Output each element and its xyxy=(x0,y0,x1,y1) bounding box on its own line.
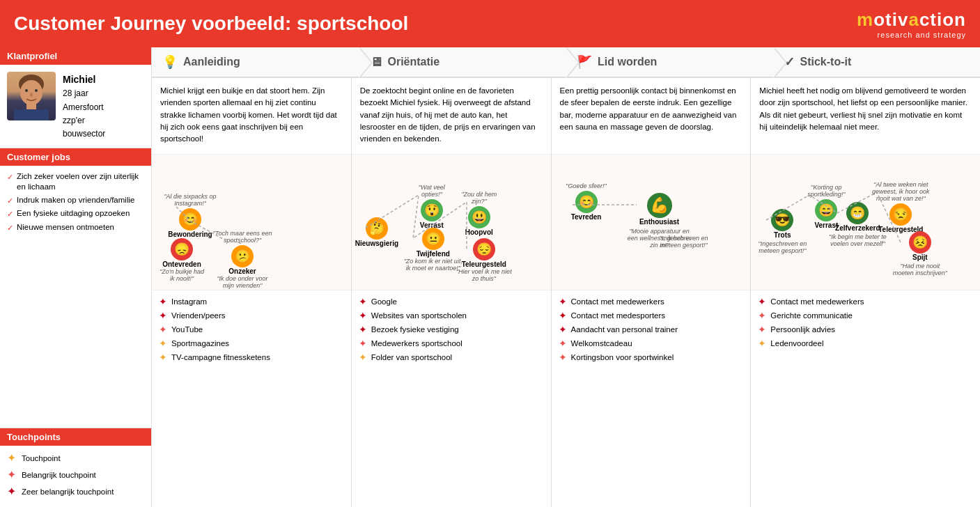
phase-desc-3: Een prettig persoonlijk contact bij binn… xyxy=(552,78,751,155)
job-item-2: ✓ Indruk maken op vrienden/familie xyxy=(7,195,144,205)
quote-bewondering: "Al die sixpacks op Instagram!" xyxy=(162,193,218,207)
tp-item-3-4: ✦ Welkomstcadeau xyxy=(559,338,744,349)
phase-label-3: Lid worden xyxy=(598,56,657,68)
tp-item-4-3: ✦ Persoonlijk advies xyxy=(758,324,973,335)
label-trots: Trots xyxy=(774,231,791,239)
main-layout: Klantprofiel xyxy=(0,47,980,507)
job-text-3: Een fysieke uitdaging opzoeken xyxy=(17,208,130,219)
tp-item-2-4: ✦ Medewerkers sportschool xyxy=(359,338,544,349)
face-spijt: 😣 xyxy=(909,231,931,254)
arrow-3 xyxy=(773,47,786,78)
tp-star-4-2: ✦ xyxy=(758,310,766,321)
tp-text-2-2: Websites van sportscholen xyxy=(371,311,467,320)
face-ontevreden: 😞 xyxy=(171,238,193,260)
tp-text-3-3: Aandacht van personal trainer xyxy=(571,325,678,334)
label-tevreden: Tevreden xyxy=(571,213,602,221)
arrow-1 xyxy=(359,47,371,78)
tp-star-3-5: ✦ xyxy=(559,352,567,363)
phase-header-1: 💡 Aanleiding xyxy=(152,47,359,77)
tp-text-3-4: Welkomstcadeau xyxy=(571,339,632,348)
tp-star-icon-3: ✦ xyxy=(7,485,16,498)
quote-onzeker-top: "Toch maar eens een sportschool?" xyxy=(211,230,274,244)
logo: motivaction research and strategy xyxy=(857,9,966,39)
tp-text-2-4: Medewerkers sportschool xyxy=(371,339,462,348)
tp-star-3-1: ✦ xyxy=(559,296,567,307)
tp-text-1-1: Instagram xyxy=(171,297,207,306)
tp-item-1-1: ✦ Instagram xyxy=(159,296,344,307)
phase-label-1: Aanleiding xyxy=(183,56,240,68)
tp-item-4-1: ✦ Contact met medewerkers xyxy=(758,296,973,307)
job-item-1: ✓ Zich zeker voelen over zijn uiterlijk … xyxy=(7,171,144,192)
tp-star-1-1: ✦ xyxy=(159,296,167,307)
tp-list-4: ✦ Contact met medewerkers ✦ Gerichte com… xyxy=(751,290,980,507)
svg-point-4 xyxy=(30,93,33,97)
emotion-hoopvol: "Zou dit hem zijn?" 😃 Hoopvol xyxy=(455,191,504,236)
main-content: 💡 Aanleiding 🖥 Oriëntatie 🚩 Lid worden ✓… xyxy=(152,47,980,507)
emotion-area-4: 😎 Trots "Ingeschreven en meteen gesport!… xyxy=(751,155,980,290)
emotion-ontevreden: 😞 Ontevreden "Zo'n buikje had ik nooit!" xyxy=(157,238,206,282)
tp-text-1-2: Vrienden/peers xyxy=(171,311,226,320)
face-verrast-2: 😲 xyxy=(421,199,443,221)
avatar-image xyxy=(7,72,56,120)
quote-tevreden: "Goede sfeer!" xyxy=(562,182,611,189)
tp-text-4-1: Contact met medewerkers xyxy=(770,297,864,306)
klant-job: zzp'er xyxy=(63,114,105,127)
logo-name: motivaction xyxy=(857,9,966,31)
quote-spijt: "Had me nooit moeten inschrijven" xyxy=(890,263,949,276)
quote-onzeker: "Ik doe onder voor mijn vrienden" xyxy=(211,275,274,289)
tp-text-3-1: Contact met medewerkers xyxy=(571,297,664,306)
tp-star-4-3: ✦ xyxy=(758,324,766,335)
svg-point-2 xyxy=(25,89,28,92)
quote-verrast-4: "Korting op sportkleding!" xyxy=(798,184,854,198)
emotion-area-2: 🤔 Nieuwsgierig "Wat veel opties!" 😲 Verr… xyxy=(352,155,551,290)
phase-label-4: Stick-to-it xyxy=(800,56,852,68)
quote-ontevreden: "Zo'n buikje had ik nooit!" xyxy=(157,268,206,282)
tp-text-1-4: Sportmagazines xyxy=(171,339,229,348)
label-bewondering: Bewondering xyxy=(168,231,212,238)
tp-star-2-1: ✦ xyxy=(359,296,367,307)
emotion-area-3: "Goede sfeer!" 😊 Tevreden 💪 Enthousiast … xyxy=(552,155,751,290)
tp-text-4-3: Persoonlijk advies xyxy=(770,325,835,334)
phase-col-1: Michiel krijgt een buikje en dat stoort … xyxy=(152,78,352,507)
tp-star-2-2: ✦ xyxy=(359,310,367,321)
tp-legend-1: ✦ Touchpoint xyxy=(7,451,144,465)
label-hoopvol: Hoopvol xyxy=(465,228,493,236)
tp-label-3: Zeer belangrijk touchpoint xyxy=(22,488,114,496)
job-text-4: Nieuwe mensen ontmoeten xyxy=(17,222,114,233)
tp-star-2-5: ✦ xyxy=(359,352,367,363)
touchpoints-header: Touchpoints xyxy=(0,428,151,446)
tp-item-3-3: ✦ Aandacht van personal trainer xyxy=(559,324,744,335)
tp-star-2-4: ✦ xyxy=(359,338,367,349)
label-onzeker: Onzeker xyxy=(228,267,256,275)
tp-item-4-4: ✦ Ledenvoordeel xyxy=(758,338,973,349)
klant-info: Michiel 28 jaar Amersfoort zzp'er bouwse… xyxy=(63,72,105,141)
tp-text-3-2: Contact met medesporters xyxy=(571,311,666,320)
tp-legend-3: ✦ Zeer belangrijk touchpoint xyxy=(7,485,144,498)
phase-headers: 💡 Aanleiding 🖥 Oriëntatie 🚩 Lid worden ✓… xyxy=(152,47,980,78)
emotion-onzeker: "Toch maar eens een sportschool?" 😕 Onze… xyxy=(211,230,274,289)
label-spijt: Spijt xyxy=(912,254,928,261)
tp-star-3-3: ✦ xyxy=(559,324,567,335)
quote-hoopvol: "Zou dit hem zijn?" xyxy=(455,191,504,205)
label-teleurgesteld-2: Teleurgesteld xyxy=(462,260,506,268)
face-bewondering: 😊 xyxy=(179,208,201,231)
tp-star-icon-2: ✦ xyxy=(7,468,16,481)
label-nieuwsgierig: Nieuwsgierig xyxy=(355,240,398,247)
phase-desc-2: De zoektocht begint online en de favorie… xyxy=(352,78,551,155)
page-header: Customer Journey voorbeeld: sportschool … xyxy=(0,0,980,47)
klantprofiel-header: Klantprofiel xyxy=(0,47,151,65)
phase-header-2: 🖥 Oriëntatie xyxy=(359,47,567,77)
tp-text-4-2: Gerichte communicatie xyxy=(770,311,853,320)
face-teleurgesteld-2: 😔 xyxy=(473,238,495,260)
tp-list-2: ✦ Google ✦ Websites van sportscholen ✦ B… xyxy=(352,290,551,507)
tp-legend-2: ✦ Belangrijk touchpoint xyxy=(7,468,144,481)
tp-item-2-2: ✦ Websites van sportscholen xyxy=(359,310,544,321)
emotion-verrast-2: "Wat veel opties!" 😲 Verrast xyxy=(407,184,456,229)
tp-item-2-1: ✦ Google xyxy=(359,296,544,307)
tp-star-4-1: ✦ xyxy=(758,296,766,307)
logo-tagline: research and strategy xyxy=(878,31,966,39)
tp-item-3-1: ✦ Contact met medewerkers xyxy=(559,296,744,307)
tp-item-1-3: ✦ YouTube xyxy=(159,324,344,335)
tp-item-4-2: ✦ Gerichte communicatie xyxy=(758,310,973,321)
check-icon-3: ✓ xyxy=(7,209,13,219)
